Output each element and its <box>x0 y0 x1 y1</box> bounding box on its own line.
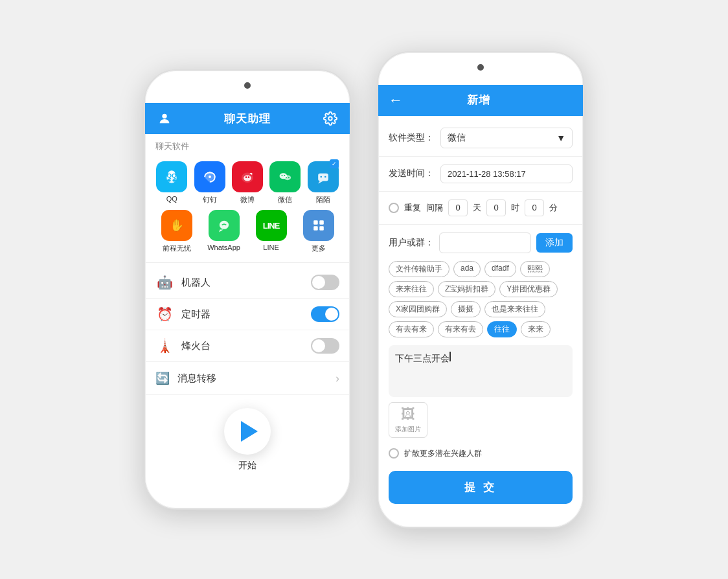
app-item-momo[interactable]: ✓ 陌陌 <box>307 161 339 205</box>
settings-icon[interactable] <box>321 109 339 128</box>
section-label: 聊天软件 <box>145 134 350 156</box>
interval-day-box[interactable]: 0 <box>448 199 468 216</box>
robot-label: 机器人 <box>181 277 303 289</box>
app-item-more[interactable]: 更多 <box>297 210 339 253</box>
svg-marker-23 <box>219 230 223 233</box>
hours-label: 时 <box>511 202 519 214</box>
app-label-weibo: 微博 <box>240 195 255 205</box>
robot-icon: 🤖 <box>155 275 174 290</box>
svg-marker-19 <box>318 181 323 184</box>
interval-label: 间隔 <box>426 202 443 214</box>
toggle-robot[interactable]: 🤖 机器人 <box>145 267 350 299</box>
send-time-label: 发送时间： <box>389 168 434 179</box>
timer-toggle[interactable] <box>311 306 339 322</box>
tag-4[interactable]: 来来往往 <box>389 281 434 297</box>
play-icon <box>241 421 258 442</box>
user-icon[interactable] <box>155 109 174 128</box>
software-type-value: 微信 <box>448 132 466 144</box>
beacon-toggle[interactable] <box>311 338 339 354</box>
transfer-icon: 🔄 <box>155 371 170 385</box>
app-item-dingding[interactable]: 钉钉 <box>193 161 225 205</box>
software-type-label: 软件类型： <box>389 132 434 144</box>
tag-10[interactable]: 有去有来 <box>389 321 434 337</box>
app-item-qq[interactable]: QQ QQ <box>155 161 188 205</box>
repeat-radio[interactable] <box>389 203 399 213</box>
app-item-wechat[interactable]: 微信 <box>269 161 301 205</box>
toggle-timer[interactable]: ⏰ 定时器 <box>145 299 350 330</box>
tag-9[interactable]: 也是来来往往 <box>484 301 545 317</box>
tag-3[interactable]: 熙熙 <box>520 261 550 277</box>
app-icon-whatsapp <box>209 210 240 241</box>
toggle-beacon[interactable]: 🗼 烽火台 <box>145 330 350 362</box>
divider-1 <box>145 262 350 263</box>
phone2-header: ← 新增 <box>378 85 583 116</box>
tag-11[interactable]: 有来有去 <box>438 321 483 337</box>
tag-8[interactable]: 摄摄 <box>451 301 481 317</box>
cursor <box>449 352 451 361</box>
app-item-line[interactable]: LINE LINE <box>250 210 292 253</box>
app-label-line: LINE <box>263 244 279 251</box>
svg-rect-27 <box>319 226 324 231</box>
app-icon-line: LINE <box>256 210 287 241</box>
send-time-input[interactable]: 2021-11-28 13:58:17 <box>440 165 573 183</box>
divider-4 <box>378 224 583 225</box>
software-type-select[interactable]: 微信 ▼ <box>440 128 573 148</box>
minutes-label: 分 <box>549 202 558 214</box>
tags-area: 文件传输助手 ada dfadf 熙熙 来来往往 Z宝妈折扣群 Y拼团优惠群 X… <box>378 258 583 340</box>
robot-toggle[interactable] <box>311 275 339 290</box>
phone1-title: 聊天助理 <box>224 111 271 126</box>
phone-1: 聊天助理 聊天软件 QQ QQ <box>144 69 351 510</box>
svg-rect-18 <box>318 174 328 181</box>
submit-button[interactable]: 提 交 <box>389 471 573 504</box>
repeat-row: 重复 间隔 0 天 0 时 0 分 <box>378 194 583 221</box>
user-group-row: 用户或群： 添加 <box>378 227 583 258</box>
tag-2[interactable]: dfadf <box>484 261 516 277</box>
expand-radio[interactable] <box>389 448 399 459</box>
svg-point-22 <box>219 221 228 229</box>
svg-point-7 <box>209 176 211 178</box>
tag-1[interactable]: ada <box>453 261 481 277</box>
svg-point-0 <box>162 114 166 119</box>
message-transfer-row[interactable]: 🔄 消息转移 › <box>145 362 350 395</box>
app-icon-dingding <box>194 161 225 192</box>
svg-point-11 <box>248 176 250 178</box>
dropdown-arrow-icon: ▼ <box>556 133 565 143</box>
submit-label: 提 交 <box>464 480 497 495</box>
app-item-whatsapp[interactable]: WhatsApp <box>203 210 245 253</box>
message-textarea[interactable]: 下午三点开会 <box>389 345 573 397</box>
form-screen: 软件类型： 微信 ▼ 发送时间： 2021-11-28 13:58:17 <box>378 116 583 514</box>
app-item-qiancheng[interactable]: ✋ 前程无忧 <box>155 210 198 253</box>
svg-point-1 <box>328 117 332 120</box>
momo-checkmark: ✓ <box>330 159 339 168</box>
divider-3 <box>378 191 583 192</box>
start-label: 开始 <box>238 460 256 471</box>
image-icon: 🖼 <box>401 406 415 423</box>
beacon-icon: 🗼 <box>155 338 174 354</box>
app-item-weibo[interactable]: 微博 <box>231 161 264 205</box>
app-icon-qiancheng: ✋ <box>161 210 192 241</box>
user-group-input[interactable] <box>439 233 531 253</box>
app-label-dingding: 钉钉 <box>203 195 217 205</box>
interval-hour-box[interactable]: 0 <box>486 199 506 216</box>
add-image-button[interactable]: 🖼 添加图片 <box>389 402 427 438</box>
tag-12[interactable]: 往往 <box>487 321 517 337</box>
start-button[interactable] <box>224 408 271 455</box>
back-button[interactable]: ← <box>389 92 403 109</box>
interval-min-box[interactable]: 0 <box>525 199 544 216</box>
apps-grid-row2: ✋ 前程无忧 WhatsApp LINE LINE <box>145 210 350 258</box>
days-label: 天 <box>473 202 481 214</box>
app-label-wechat: 微信 <box>278 195 292 205</box>
tag-6[interactable]: Y拼团优惠群 <box>499 281 558 297</box>
tag-5[interactable]: Z宝妈折扣群 <box>438 281 495 297</box>
app-label-more: 更多 <box>312 244 326 253</box>
add-image-label: 添加图片 <box>395 425 421 434</box>
tag-7[interactable]: X家园团购群 <box>389 301 447 317</box>
tag-13[interactable]: 来来 <box>521 321 551 337</box>
app-icon-qq: QQ <box>156 161 187 192</box>
add-user-button[interactable]: 添加 <box>536 233 573 253</box>
user-group-label: 用户或群： <box>389 237 434 249</box>
tag-0[interactable]: 文件传输助手 <box>389 261 449 277</box>
message-text: 下午三点开会 <box>395 353 449 363</box>
start-area: 开始 <box>145 395 350 478</box>
svg-rect-25 <box>319 220 324 225</box>
